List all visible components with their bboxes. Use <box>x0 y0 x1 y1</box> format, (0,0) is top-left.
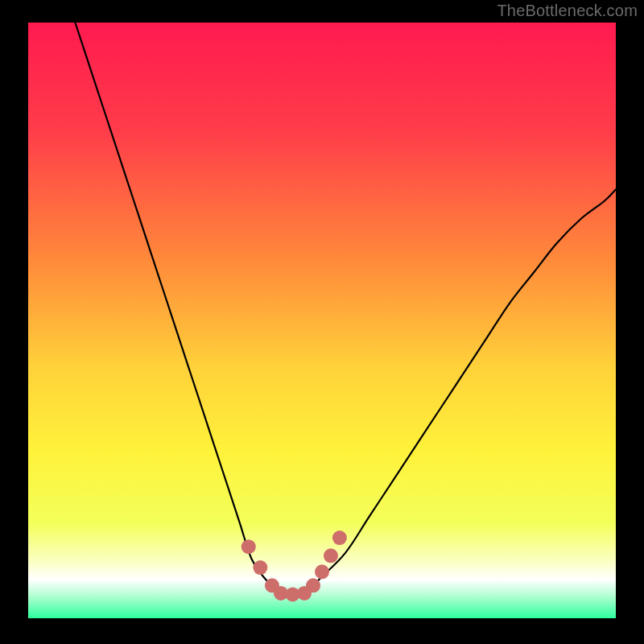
marker-dot <box>253 560 267 575</box>
marker-dot <box>306 578 320 592</box>
marker-dot <box>242 539 256 554</box>
marker-dot <box>332 530 347 545</box>
marker-dot <box>324 548 338 563</box>
watermark-text: TheBottleneck.com <box>497 2 638 20</box>
plot-background <box>28 23 616 618</box>
marker-dot <box>315 564 329 579</box>
bottleneck-chart <box>0 0 644 644</box>
chart-frame: TheBottleneck.com <box>0 0 644 644</box>
